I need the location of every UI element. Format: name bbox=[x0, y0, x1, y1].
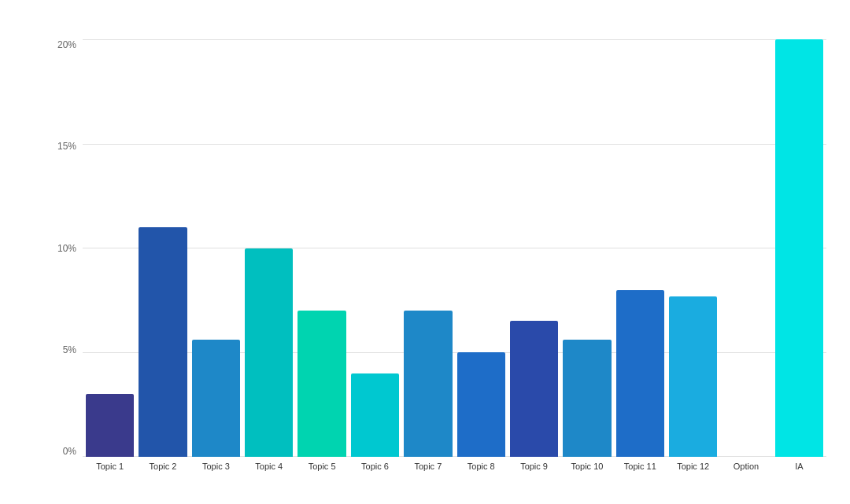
x-axis-label: Topic 4 bbox=[245, 462, 293, 496]
bar bbox=[510, 321, 558, 457]
x-axis-label: Topic 5 bbox=[298, 462, 346, 496]
bars-and-grid bbox=[83, 39, 826, 457]
bar bbox=[457, 352, 505, 457]
x-axis-label: IA bbox=[775, 462, 823, 496]
y-axis-label: 15% bbox=[57, 141, 76, 152]
chart-container: 20%15%10%5%0% Topic 1Topic 2Topic 3Topic… bbox=[0, 0, 850, 504]
bar bbox=[563, 340, 611, 457]
x-axis-label: Topic 1 bbox=[86, 462, 134, 496]
bar bbox=[404, 311, 452, 457]
bar-group bbox=[192, 39, 240, 457]
x-axis-label: Topic 8 bbox=[457, 462, 505, 496]
bar-group bbox=[457, 39, 505, 457]
bar-group bbox=[616, 39, 664, 457]
bar bbox=[669, 296, 717, 457]
x-axis-label: Topic 12 bbox=[669, 462, 717, 496]
bar bbox=[298, 311, 346, 457]
plot-area: Topic 1Topic 2Topic 3Topic 4Topic 5Topic… bbox=[83, 39, 826, 496]
bar bbox=[616, 290, 664, 457]
y-axis-label: 0% bbox=[63, 446, 76, 457]
chart-area: 20%15%10%5%0% Topic 1Topic 2Topic 3Topic… bbox=[47, 39, 826, 496]
x-axis-label: Topic 11 bbox=[616, 462, 664, 496]
bar-group bbox=[669, 39, 717, 457]
x-axis-label: Topic 6 bbox=[351, 462, 399, 496]
bar-group bbox=[404, 39, 452, 457]
bar bbox=[86, 394, 134, 457]
y-axis-label: 20% bbox=[57, 39, 76, 50]
bar-group bbox=[775, 39, 823, 457]
bars-row bbox=[83, 39, 826, 457]
bar-group bbox=[563, 39, 611, 457]
y-axis-label: 10% bbox=[57, 243, 76, 254]
x-axis-label: Topic 10 bbox=[563, 462, 611, 496]
y-axis-label: 5% bbox=[63, 344, 76, 355]
x-axis-label: Option bbox=[722, 462, 770, 496]
y-axis: 20%15%10%5%0% bbox=[47, 39, 83, 496]
bar-group bbox=[298, 39, 346, 457]
bar bbox=[245, 248, 293, 458]
bar bbox=[139, 227, 187, 457]
bar bbox=[192, 340, 240, 457]
bar-group bbox=[351, 39, 399, 457]
bar bbox=[351, 373, 399, 457]
bar-group bbox=[86, 39, 134, 457]
x-axis-label: Topic 9 bbox=[510, 462, 558, 496]
bar-group bbox=[245, 39, 293, 457]
bar-group bbox=[510, 39, 558, 457]
x-labels: Topic 1Topic 2Topic 3Topic 4Topic 5Topic… bbox=[83, 457, 826, 496]
bar-group bbox=[722, 39, 770, 457]
bar-group bbox=[139, 39, 187, 457]
x-axis-label: Topic 2 bbox=[139, 462, 187, 496]
x-axis-label: Topic 3 bbox=[192, 462, 240, 496]
bar bbox=[775, 39, 823, 457]
x-axis-label: Topic 7 bbox=[404, 462, 452, 496]
